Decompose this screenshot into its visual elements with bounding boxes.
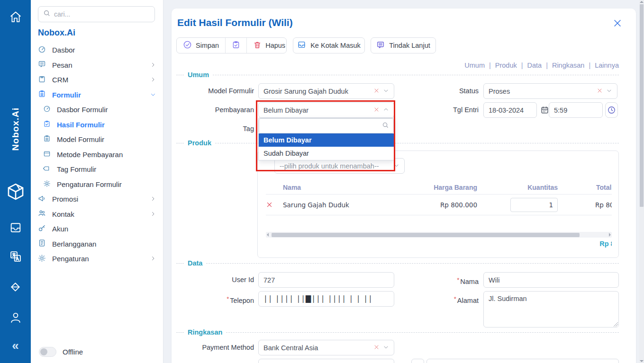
scrollbar-thumb[interactable]	[272, 233, 580, 237]
sidebar-item-dasbor-formulir[interactable]: Dasbor Formulir	[31, 102, 163, 117]
close-icon[interactable]	[612, 18, 624, 29]
pembayaran-select[interactable]: Belum Dibayar	[258, 102, 394, 118]
anchor-data[interactable]: Data	[527, 62, 542, 69]
sidebar-item-pesan[interactable]: Pesan	[31, 58, 163, 73]
person-icon[interactable]	[9, 311, 22, 324]
clipboard-icon	[38, 75, 46, 85]
anchor-umum[interactable]: Umum	[464, 62, 485, 69]
section-header-umum: Umum	[176, 71, 619, 79]
chevron-down-icon[interactable]	[383, 344, 389, 352]
option-sudah-dibayar[interactable]: Sudah Dibayar	[259, 147, 394, 160]
toggle-knob	[40, 348, 47, 355]
anchor-produk[interactable]: Produk	[495, 62, 517, 69]
sidebar-item-formulir[interactable]: Formulir	[31, 88, 163, 103]
message-icon	[38, 60, 46, 70]
model-formulir-label: Model Formulir	[172, 83, 254, 99]
date-input[interactable]	[489, 106, 532, 114]
nobox-cube-logo[interactable]	[6, 182, 25, 201]
gear-icon	[43, 180, 51, 189]
scroll-right-arrow[interactable]	[609, 233, 611, 237]
remove-product-icon[interactable]	[266, 201, 283, 208]
to-inbox-button[interactable]: Ke Kotak Masuk	[293, 37, 365, 53]
user-id-input[interactable]	[263, 276, 389, 284]
produk-table-header: Nama Harga Barang Kuantitas Total Harga	[266, 180, 612, 195]
inbox-icon[interactable]	[9, 221, 22, 234]
home-icon[interactable]	[9, 10, 22, 24]
sidebar-item-metode-pembayaran[interactable]: Metode Pembayaran	[31, 147, 163, 162]
clear-icon[interactable]	[373, 344, 380, 352]
scroll-up-arrow[interactable]	[640, 1, 644, 3]
inbox-in-icon	[297, 40, 306, 51]
chevron-down-icon[interactable]	[383, 88, 389, 95]
sidebar-item-dasbor[interactable]: Dasbor	[31, 43, 163, 58]
clipboard-check-icon	[43, 120, 51, 129]
model-formulir-select[interactable]: Grosir Sarung Gajah Duduk	[258, 83, 394, 99]
time-input-wrap[interactable]	[549, 102, 603, 118]
quantity-input[interactable]	[510, 198, 558, 212]
follow-up-button[interactable]: Tindak Lanjut	[371, 37, 436, 53]
save-button[interactable]: Simpan	[177, 38, 225, 53]
chevron-down-icon	[150, 91, 156, 99]
anchor-lainnya[interactable]: Lainnya	[595, 62, 619, 69]
bottom-partial-input-2[interactable]	[426, 359, 619, 363]
file-icon	[38, 239, 46, 248]
sidebar-item-tag-formulir[interactable]: Tag Formulir	[31, 162, 163, 177]
sidebar-item-hasil-formulir[interactable]: Hasil Formulir	[31, 117, 163, 133]
paint-icon[interactable]	[9, 281, 22, 294]
section-header-data: Data	[176, 259, 619, 267]
chevron-down-icon[interactable]	[606, 88, 612, 95]
offline-label: Offline	[63, 348, 83, 356]
resize-handle[interactable]	[613, 322, 618, 327]
user-id-input-wrap[interactable]	[258, 272, 394, 288]
alamat-textarea[interactable]: Jl. Sudirman	[483, 291, 619, 328]
sidebar-item-model-formulir[interactable]: Model Formulir	[31, 132, 163, 147]
payment-method-select[interactable]: Bank Central Asia	[258, 340, 394, 355]
chevron-down-icon	[393, 162, 399, 170]
search-input[interactable]	[54, 10, 150, 18]
sidebar-item-promosi[interactable]: Promosi	[31, 192, 163, 207]
sidebar-item-kontak[interactable]: Kontak	[31, 207, 163, 222]
telepon-input-wrap[interactable]	[258, 291, 394, 307]
date-input-wrap[interactable]	[483, 102, 537, 118]
sidebar-item-berlangganan[interactable]: Berlangganan	[31, 237, 163, 252]
alamat-label: *Alamat	[390, 291, 479, 309]
sidebar-search[interactable]	[38, 6, 155, 22]
page-title: Edit Hasil Formulir (Wili)	[177, 17, 293, 28]
scroll-left-arrow[interactable]	[267, 233, 269, 237]
sidebar-item-akun[interactable]: Akun	[31, 221, 163, 237]
clear-icon[interactable]	[373, 106, 380, 114]
nama-input[interactable]	[489, 276, 614, 284]
calendar-icon[interactable]	[539, 105, 550, 115]
chevron-right-icon	[150, 61, 156, 69]
clipboard-check-button[interactable]	[225, 38, 246, 53]
clear-icon[interactable]	[373, 88, 380, 95]
scroll-down-arrow[interactable]	[640, 360, 644, 362]
collapse-icon[interactable]: «	[12, 338, 18, 353]
bottom-partial-input-1[interactable]	[258, 359, 394, 363]
chevron-up-icon[interactable]	[383, 106, 389, 114]
time-input[interactable]	[554, 106, 598, 114]
clock-icon[interactable]	[605, 102, 618, 118]
sidebar-item-pengaturan-formulir[interactable]: Pengaturan Formulir	[31, 177, 163, 192]
search-icon	[43, 9, 51, 19]
status-select[interactable]: Proses	[483, 83, 617, 99]
vertical-scrollbar[interactable]	[639, 0, 644, 363]
key-icon	[38, 224, 46, 234]
translate-icon[interactable]	[9, 250, 22, 263]
nama-input-wrap[interactable]	[483, 272, 619, 288]
sidebar-item-crm[interactable]: CRM	[31, 72, 163, 88]
clear-icon[interactable]	[597, 88, 603, 95]
horizontal-scrollbar[interactable]	[266, 232, 612, 238]
option-belum-dibayar[interactable]: Belum Dibayar	[259, 133, 394, 147]
scrollbar-thumb[interactable]	[640, 4, 644, 207]
dropdown-search-input[interactable]	[263, 122, 382, 130]
dropdown-search[interactable]	[259, 118, 394, 133]
sidebar-item-pengaturan[interactable]: Pengaturan	[31, 251, 163, 266]
bottom-partial-box[interactable]	[411, 359, 424, 363]
delete-button[interactable]: Hapus	[246, 38, 291, 53]
clipboard-list-icon	[43, 135, 51, 144]
anchor-ringkasan[interactable]: Ringkasan	[552, 62, 585, 69]
telepon-input[interactable]	[263, 295, 389, 303]
offline-toggle[interactable]	[39, 347, 56, 357]
chevron-right-icon	[150, 195, 156, 203]
